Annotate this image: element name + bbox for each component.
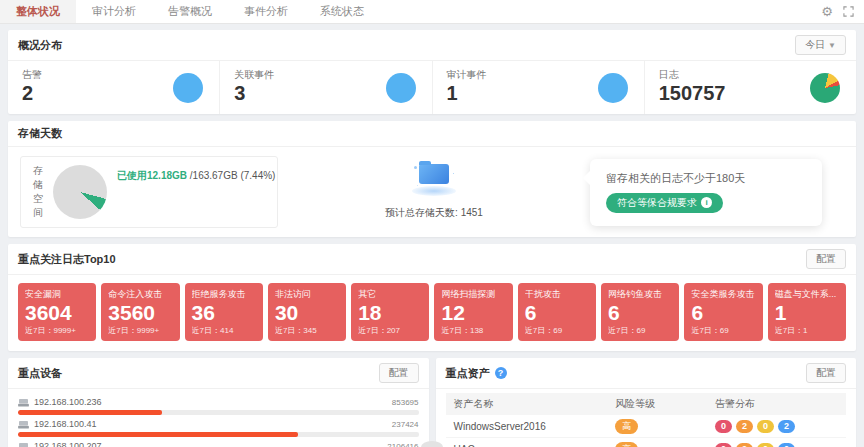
- devices-config-button[interactable]: 配置: [379, 363, 419, 383]
- device-ip: 192.168.100.41: [34, 419, 97, 429]
- asset-risk-badge: 高: [615, 442, 638, 447]
- log-card-value: 30: [275, 301, 339, 325]
- top10-log-card[interactable]: 命令注入攻击 3560 近7日：9999+: [101, 283, 179, 341]
- devices-title: 重点设备: [18, 366, 62, 381]
- info-icon: i: [701, 197, 712, 208]
- top10-config-button[interactable]: 配置: [806, 249, 846, 269]
- devices-card: 重点设备 配置 192.168.100.236 853695 192.168.1…: [8, 358, 429, 447]
- alert-count-badge: 2: [736, 443, 753, 447]
- top10-log-card[interactable]: 干扰攻击 6 近7日：69: [518, 283, 596, 341]
- nav-tab-inactive[interactable]: 系统状态: [304, 0, 380, 23]
- log-card-7day-count: 近7日：345: [275, 325, 339, 336]
- log-card-value: 6: [691, 301, 755, 325]
- storage-days-panel: 预计总存储天数: 1451: [296, 164, 572, 220]
- log-card-7day-count: 近7日：9999+: [108, 325, 172, 336]
- overview-card: 概况分布 今日 ▼ 告警 2 关联事件 3 审计事件 1 日志 150757: [8, 30, 856, 114]
- device-row[interactable]: 192.168.100.236 853695: [18, 393, 419, 415]
- overview-stat: 审计事件 1: [433, 61, 645, 114]
- log-card-title: 网络扫描探测: [441, 288, 505, 301]
- log-card-value: 6: [525, 301, 589, 325]
- top10-log-card[interactable]: 安全类服务攻击 6 近7日：69: [684, 283, 762, 341]
- device-log-count: 853695: [392, 398, 419, 407]
- help-icon[interactable]: ?: [495, 367, 507, 379]
- device-icon: [18, 420, 29, 429]
- nav-tab-active[interactable]: 整体状况: [0, 0, 76, 23]
- scroll-indicator: [421, 441, 443, 447]
- device-ip: 192.168.100.236: [34, 397, 102, 407]
- top10-log-card[interactable]: 非法访问 30 近7日：345: [268, 283, 346, 341]
- top10-log-card[interactable]: 网络钓鱼攻击 6 近7日：69: [601, 283, 679, 341]
- alert-count-badge: 0: [757, 443, 774, 447]
- compliance-text: 留存相关的日志不少于180天: [606, 171, 806, 186]
- top10-log-card[interactable]: 安全漏洞 3604 近7日：9999+: [18, 283, 96, 341]
- assets-col-risk: 风险等级: [615, 397, 715, 411]
- log-card-value: 6: [608, 301, 672, 325]
- storage-usage-text: 已使用12.18GB /163.67GB (7.44%): [117, 169, 275, 183]
- log-card-title: 其它: [358, 288, 422, 301]
- top10-log-card[interactable]: 磁盘与文件系... 1 近7日：1: [768, 283, 846, 341]
- log-card-title: 安全漏洞: [25, 288, 89, 301]
- storage-title: 存储天数: [18, 126, 62, 141]
- storage-pie-chart: [53, 165, 107, 219]
- asset-row[interactable]: WindowsServer2016 高 0202: [446, 415, 847, 438]
- chevron-down-icon: ▼: [828, 41, 836, 50]
- log-card-title: 安全类服务攻击: [691, 288, 755, 301]
- log-card-7day-count: 近7日：9999+: [25, 325, 89, 336]
- log-card-7day-count: 近7日：69: [691, 325, 755, 336]
- overview-title: 概况分布: [18, 38, 62, 53]
- stat-chart-icon: [598, 73, 628, 103]
- asset-risk-badge: 高: [615, 419, 638, 434]
- storage-usage-panel: 存储空间 已使用12.18GB /163.67GB (7.44%): [20, 156, 278, 228]
- log-card-value: 18: [358, 301, 422, 325]
- assets-config-button[interactable]: 配置: [806, 363, 846, 383]
- compliance-badge-button[interactable]: 符合等保合规要求 i: [606, 193, 723, 213]
- device-log-count: 237424: [392, 420, 419, 429]
- assets-card: 重点资产 ? 配置 资产名称 风险等级 告警分布 WindowsServer20…: [436, 358, 857, 447]
- storage-days-text: 预计总存储天数: 1451: [296, 206, 572, 220]
- log-card-7day-count: 近7日：1: [775, 325, 839, 336]
- period-dropdown-label: 今日: [805, 39, 825, 50]
- assets-title: 重点资产: [446, 366, 490, 381]
- log-card-value: 3560: [108, 301, 172, 325]
- top10-log-card[interactable]: 拒绝服务攻击 36 近7日：414: [185, 283, 263, 341]
- stat-chart-icon: [386, 73, 416, 103]
- log-card-value: 3604: [25, 301, 89, 325]
- assets-col-dist: 告警分布: [715, 397, 838, 411]
- dashboard-main: 概况分布 今日 ▼ 告警 2 关联事件 3 审计事件 1 日志 150757 存…: [0, 24, 864, 447]
- alert-count-badge: 0: [778, 443, 795, 447]
- period-dropdown[interactable]: 今日 ▼: [795, 35, 846, 55]
- device-log-count: 2106416: [387, 442, 418, 447]
- alert-count-badge: 0: [757, 420, 774, 433]
- asset-row[interactable]: UAC 高 0200: [446, 438, 847, 447]
- nav-tab-inactive[interactable]: 告警概况: [152, 0, 228, 23]
- stat-chart-icon: [173, 73, 203, 103]
- stat-chart-icon: [810, 73, 840, 103]
- device-row[interactable]: 192.168.100.41 237424: [18, 415, 419, 437]
- alert-count-badge: 0: [715, 420, 732, 433]
- asset-alert-distribution: 0202: [715, 420, 838, 433]
- fullscreen-icon[interactable]: [843, 6, 854, 17]
- log-card-value: 12: [441, 301, 505, 325]
- device-icon: [18, 442, 29, 447]
- log-card-7day-count: 近7日：138: [441, 325, 505, 336]
- log-card-7day-count: 近7日：414: [192, 325, 256, 336]
- asset-name: UAC: [454, 444, 615, 447]
- disk-label: 存储空间: [33, 164, 43, 220]
- log-card-title: 磁盘与文件系...: [775, 288, 839, 301]
- log-card-7day-count: 近7日：207: [358, 325, 422, 336]
- nav-tab-inactive[interactable]: 审计分析: [76, 0, 152, 23]
- device-row[interactable]: 192.168.100.207 2106416: [18, 437, 419, 447]
- storage-card: 存储天数 存储空间 已使用12.18GB /163.67GB (7.44%) 预…: [8, 121, 856, 237]
- top10-log-card[interactable]: 其它 18 近7日：207: [351, 283, 429, 341]
- top10-title: 重点关注日志Top10: [18, 252, 116, 267]
- top10-log-card[interactable]: 网络扫描探测 12 近7日：138: [434, 283, 512, 341]
- compliance-badge-label: 符合等保合规要求: [617, 196, 697, 210]
- alert-count-badge: 2: [778, 420, 795, 433]
- nav-tab-inactive[interactable]: 事件分析: [228, 0, 304, 23]
- log-card-value: 1: [775, 301, 839, 325]
- log-card-7day-count: 近7日：69: [608, 325, 672, 336]
- gear-icon[interactable]: ⚙: [821, 5, 833, 18]
- asset-alert-distribution: 0200: [715, 443, 838, 447]
- overview-stat: 告警 2: [8, 61, 220, 114]
- log-card-value: 36: [192, 301, 256, 325]
